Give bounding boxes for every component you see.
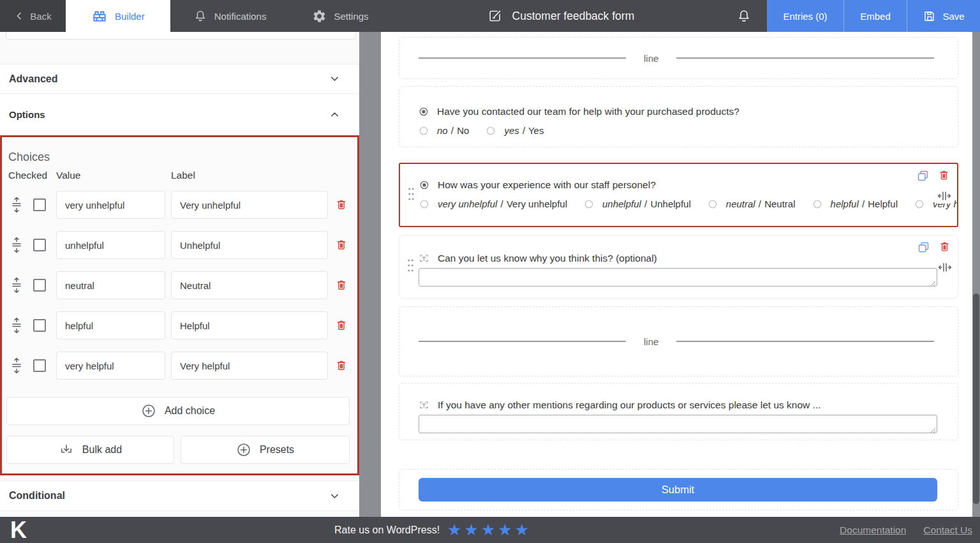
radio-option[interactable]: very unhelpful / Very unhelpful	[419, 198, 567, 209]
section-options[interactable]: Options	[0, 94, 359, 135]
scrollbar-thumb[interactable]	[973, 294, 979, 504]
tab-notifications[interactable]: Notifications	[170, 0, 290, 32]
submit-block[interactable]: Submit	[399, 469, 958, 510]
tab-settings-label: Settings	[334, 11, 368, 22]
checked-checkbox[interactable]	[33, 359, 46, 372]
footer-bar: K Rate us on WordPress! ★★★★★ Documentat…	[0, 517, 980, 543]
choice-value-input[interactable]	[56, 352, 165, 380]
radio-option[interactable]: unhelpful / Unhelpful	[584, 198, 691, 209]
documentation-link[interactable]: Documentation	[840, 524, 906, 536]
save-button[interactable]: Save	[907, 0, 980, 32]
checked-checkbox[interactable]	[33, 239, 46, 251]
submit-button[interactable]: Submit	[419, 478, 937, 502]
radio-option[interactable]: yes / Yes	[486, 125, 544, 136]
embed-button[interactable]: Embed	[843, 0, 907, 32]
drag-handle-icon[interactable]	[10, 197, 24, 213]
rate-group: Rate us on WordPress! ★★★★★	[334, 517, 531, 543]
radio-empty-icon	[584, 199, 594, 209]
choice-value-input[interactable]	[56, 231, 165, 259]
save-floppy-icon	[923, 10, 936, 23]
radio-option[interactable]: no / No	[419, 125, 469, 136]
trash-icon[interactable]	[939, 240, 951, 254]
import-icon	[59, 442, 74, 457]
entries-button[interactable]: Entries (0)	[767, 0, 843, 32]
divider-line	[676, 341, 934, 342]
divider-block[interactable]: line	[399, 37, 958, 79]
form-title: Customer feedback form	[512, 10, 635, 23]
checked-checkbox[interactable]	[33, 319, 46, 332]
section-advanced[interactable]: Advanced	[0, 64, 359, 94]
bell-icon	[736, 8, 752, 24]
add-choice-button[interactable]: Add choice	[6, 397, 350, 425]
radio-empty-icon	[486, 126, 496, 136]
text-field-block[interactable]: If you have any other mentions regarding…	[399, 383, 958, 440]
tab-builder-label: Builder	[115, 11, 145, 22]
choice-row	[2, 352, 357, 380]
text-field-icon	[419, 400, 429, 411]
choice-label-input[interactable]	[171, 191, 328, 219]
contact-us-link[interactable]: Contact Us	[923, 524, 972, 536]
radio-empty-icon	[419, 199, 429, 209]
drag-handle-icon[interactable]	[10, 317, 24, 334]
divider-block[interactable]: line	[399, 306, 958, 376]
drag-dots-icon[interactable]	[408, 187, 415, 204]
choice-value-input[interactable]	[56, 311, 165, 339]
drag-handle-icon[interactable]	[10, 357, 24, 374]
duplicate-icon[interactable]	[916, 169, 930, 182]
answer-textarea[interactable]	[419, 415, 937, 433]
star-row[interactable]: ★★★★★	[447, 522, 531, 538]
choice-row	[2, 311, 357, 339]
drag-handle-icon[interactable]	[10, 277, 24, 294]
choice-label-input[interactable]	[171, 271, 328, 299]
radio-empty-icon	[914, 199, 924, 209]
choice-label-input[interactable]	[171, 231, 328, 259]
gear-icon	[312, 9, 327, 24]
form-title-group: Customer feedback form	[487, 0, 635, 32]
tab-settings[interactable]: Settings	[289, 0, 391, 32]
header-actions: Entries (0) Embed Save	[767, 0, 980, 32]
drag-dots-icon[interactable]	[407, 258, 414, 275]
trash-icon[interactable]	[938, 168, 950, 182]
bricks-icon	[91, 8, 108, 24]
choice-label-input[interactable]	[171, 352, 328, 380]
divider-label: line	[644, 336, 658, 347]
delete-choice-icon[interactable]	[335, 278, 348, 293]
checked-checkbox[interactable]	[33, 279, 46, 292]
form-canvas: line Have you contacted our team for hel…	[381, 32, 972, 517]
footer-links: Documentation Contact Us	[840, 517, 972, 543]
divider-line	[419, 341, 626, 342]
delete-choice-icon[interactable]	[335, 237, 348, 253]
radio-field-block-selected[interactable]: How was your experience with our staff p…	[399, 163, 958, 227]
resize-handle-icon[interactable]	[937, 260, 953, 275]
drag-handle-icon[interactable]	[10, 237, 24, 253]
radio-option[interactable]: helpful / Helpful	[812, 198, 898, 209]
choices-title: Choices	[8, 151, 50, 164]
field-label: Have you contacted our team for help wit…	[437, 106, 739, 117]
text-field-block[interactable]: Can you let us know why you think this? …	[399, 235, 958, 299]
field-label: Can you let us know why you think this? …	[438, 253, 657, 264]
checked-checkbox[interactable]	[33, 198, 46, 211]
choice-value-input[interactable]	[56, 271, 165, 299]
resize-handle-icon[interactable]	[937, 188, 952, 203]
delete-choice-icon[interactable]	[335, 358, 348, 373]
delete-choice-icon[interactable]	[335, 197, 348, 212]
header-bell[interactable]	[736, 0, 752, 32]
section-conditional[interactable]: Conditional	[0, 480, 359, 511]
radio-field-block[interactable]: Have you contacted our team for help wit…	[399, 86, 958, 147]
plus-circle-icon	[236, 442, 251, 457]
radio-option[interactable]: neutral / Neutral	[708, 198, 796, 209]
tab-builder[interactable]: Builder	[66, 0, 170, 32]
bulk-add-button[interactable]: Bulk add	[6, 436, 174, 464]
choice-row	[2, 271, 357, 299]
choices-panel: Choices Checked Value Label	[0, 135, 359, 475]
presets-button[interactable]: Presets	[181, 436, 350, 464]
answer-textarea[interactable]	[419, 268, 937, 286]
choice-label-input[interactable]	[171, 311, 328, 339]
delete-choice-icon[interactable]	[335, 318, 348, 333]
partial-input[interactable]	[6, 32, 356, 40]
col-value: Value	[56, 170, 81, 181]
edit-icon[interactable]	[487, 8, 503, 24]
back-button[interactable]: Back	[0, 0, 66, 32]
duplicate-icon[interactable]	[917, 241, 930, 254]
choice-value-input[interactable]	[56, 191, 165, 219]
